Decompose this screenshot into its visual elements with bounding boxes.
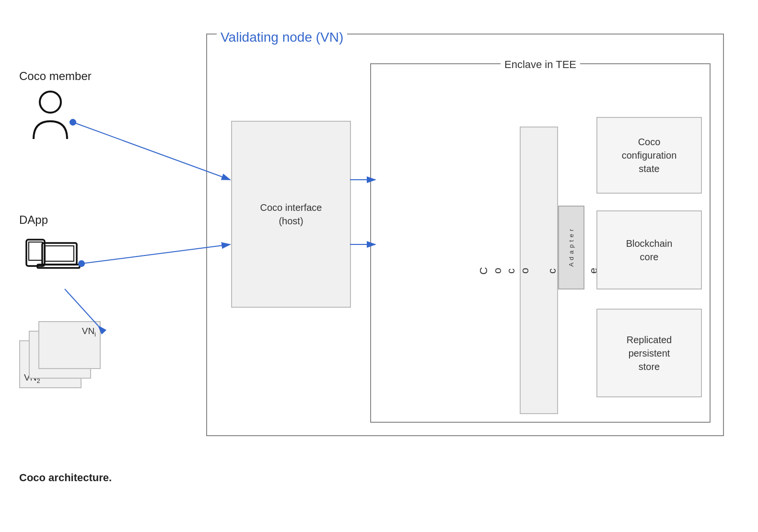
blockchain-box: Blockchaincore [596,210,702,289]
svg-rect-2 [29,242,42,260]
svg-rect-4 [45,246,74,261]
config-state-box: Cococonfigurationstate [596,117,702,194]
person-icon [29,89,72,143]
device-icon [24,232,82,278]
adapter-box: A d a p t e r [558,206,584,289]
enclave-box: Enclave in TEE Cococore A d a p t e r Co… [370,63,711,423]
diagram-container: Validating node (VN) Enclave in TEE Coco… [19,14,738,494]
svg-line-13 [65,289,98,326]
replicated-label: Replicatedpersistentstore [627,333,672,373]
dapp-label: DApp [19,213,48,227]
coco-member-label: Coco member [19,69,92,83]
coco-interface-label: Coco interface(host) [260,201,322,228]
coco-core-box: Cococore [520,127,558,414]
vni-label: VNi [82,326,96,338]
enclave-title: Enclave in TEE [501,58,580,71]
config-state-label: Cococonfigurationstate [622,135,677,175]
vn-box-i: VNi [38,321,101,369]
caption: Coco architecture. [19,472,112,484]
replicated-store-box: Replicatedpersistentstore [596,309,702,397]
vn-box: Validating node (VN) Enclave in TEE Coco… [206,34,724,436]
svg-point-0 [40,92,61,113]
coco-interface-box: Coco interface(host) [231,121,351,308]
blockchain-label: Blockchaincore [626,237,673,264]
vn-title: Validating node (VN) [217,30,347,45]
adapter-label: A d a p t e r [568,229,575,267]
